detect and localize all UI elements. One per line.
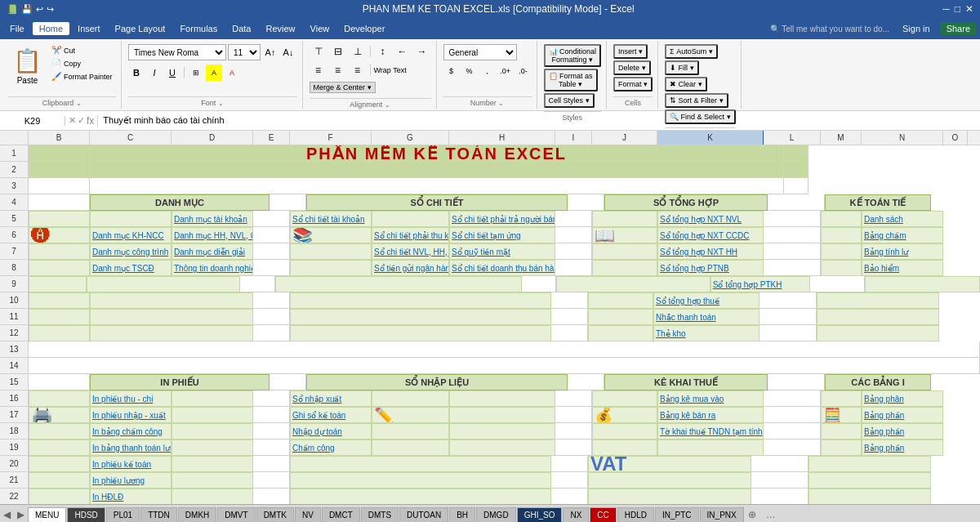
row-header-18[interactable]: 18	[0, 423, 29, 439]
cell-h8[interactable]: Sổ chi tiết doanh thu bán hàng	[449, 260, 555, 276]
format-cells-button[interactable]: Format ▾	[613, 77, 653, 91]
col-header-l[interactable]: L	[764, 131, 821, 145]
maximize-btn[interactable]: □	[955, 3, 960, 15]
cell-l11[interactable]	[760, 309, 817, 325]
row-header-6[interactable]: 6	[0, 227, 29, 243]
cell-e5[interactable]	[253, 211, 290, 227]
cell-k12[interactable]: Thẻ kho	[653, 325, 760, 341]
menu-insert[interactable]: Insert	[71, 22, 107, 35]
paste-button[interactable]: 📋 Paste	[8, 44, 47, 88]
sheet-tab-dmkh[interactable]: DMKH	[178, 507, 216, 522]
clear-button[interactable]: ✖ Clear ▾	[665, 77, 707, 91]
row-header-7[interactable]: 7	[0, 243, 29, 260]
sheet-tab-dmtk[interactable]: DMTK	[256, 507, 294, 522]
cell-c19[interactable]: In bảng thanh toán lương	[90, 439, 172, 456]
add-sheet-btn[interactable]: ⊕	[745, 507, 760, 522]
format-painter-button[interactable]: 🖌️ Format Painter	[48, 70, 116, 83]
delete-cells-button[interactable]: Delete ▾	[613, 60, 651, 75]
row-header-12[interactable]: 12	[0, 325, 29, 341]
indent-increase-btn[interactable]: →	[413, 44, 431, 59]
cell-k16[interactable]: Bảng kê mua vào	[657, 390, 764, 407]
col-header-c[interactable]: C	[90, 131, 172, 145]
font-size-select[interactable]: 11	[228, 44, 261, 60]
sheet-tab-nx[interactable]: NX	[563, 507, 589, 522]
cell-d6[interactable]: Danh mục HH, NVL, CCDC	[172, 227, 253, 243]
col-header-k[interactable]: K	[657, 131, 764, 145]
sheet-tab-dmct[interactable]: DMCT	[322, 507, 360, 522]
row-header-2[interactable]: 2	[0, 162, 29, 178]
quick-save[interactable]: 💾	[21, 4, 33, 15]
menu-home[interactable]: Home	[33, 22, 69, 35]
highlight-btn[interactable]: A	[206, 65, 222, 81]
cell-ke-khai-thue-header[interactable]: KÊ KHAI THUẾ	[604, 374, 768, 390]
copy-button[interactable]: 📄 Copy	[48, 57, 116, 69]
cell-c17[interactable]: In phiếu nhập - xuất	[90, 407, 172, 423]
cell-g6[interactable]: Sổ chi tiết phải thu khách hàng	[372, 227, 449, 243]
col-header-i[interactable]: I	[555, 131, 592, 145]
cell-c6[interactable]: Danh mục KH-NCC	[90, 227, 172, 243]
row-header-14[interactable]: 14	[0, 358, 29, 374]
fill-button[interactable]: ⬇ Fill ▾	[665, 60, 699, 75]
cell-i11[interactable]	[551, 309, 588, 325]
cell-b3[interactable]	[29, 178, 90, 194]
col-header-n[interactable]: N	[862, 131, 943, 145]
cell-l12[interactable]	[760, 325, 817, 341]
cell-title[interactable]: PHẦN MỀM KẾ TOÁN EXCEL	[90, 145, 784, 162]
cell-e7[interactable]	[253, 243, 290, 260]
cell-o2[interactable]	[784, 162, 808, 178]
cell-l5[interactable]	[764, 211, 821, 227]
align-top-btn[interactable]: ⊤	[310, 44, 327, 59]
conditional-formatting-button[interactable]: 📊 ConditionalFormatting ▾	[544, 44, 602, 67]
currency-btn[interactable]: $	[443, 63, 460, 79]
row-header-1[interactable]: 1	[0, 145, 29, 162]
cell-so-chi-tiet-header[interactable]: SỔ CHI TIẾT	[306, 194, 568, 211]
cell-i7[interactable]	[555, 243, 592, 260]
row-header-15[interactable]: 15	[0, 374, 29, 390]
cell-l8[interactable]	[764, 260, 821, 276]
cell-d8[interactable]: Thông tin doanh nghiệp	[172, 260, 253, 276]
confirm-formula-icon[interactable]: ✓	[78, 115, 85, 126]
cell-n6[interactable]: Bảng chấm	[862, 227, 943, 243]
sheet-tab-ghi-so[interactable]: GHI_SO	[517, 507, 563, 522]
col-header-e[interactable]: E	[253, 131, 290, 145]
font-decrease-btn[interactable]: A↓	[280, 44, 296, 60]
cell-c20[interactable]: In phiếu kế toán	[90, 456, 172, 472]
row-header-5[interactable]: 5	[0, 211, 29, 227]
sheet-tab-in-pnx[interactable]: IN_PNX	[700, 507, 744, 522]
sheet-tab-dmgd[interactable]: DMGD	[476, 507, 516, 522]
cell-sct-item2[interactable]: Sổ chi tiết phải trả người bán	[449, 211, 555, 227]
col-header-d[interactable]: D	[172, 131, 253, 145]
cell-styles-button[interactable]: Cell Styles ▾	[544, 93, 595, 108]
cell-n18[interactable]: Bảng phần	[862, 423, 943, 439]
cell-o1[interactable]	[784, 145, 808, 162]
cell-b1[interactable]	[29, 145, 90, 162]
cell-g7[interactable]: Sổ chi tiết NVL, HH, CCDC	[372, 243, 449, 260]
cell-l10[interactable]	[760, 292, 817, 309]
menu-view[interactable]: View	[304, 22, 336, 35]
cell-dm-item1[interactable]: Danh mục tài khoản	[172, 211, 253, 227]
scroll-tabs-left[interactable]: ◀	[0, 507, 14, 522]
sheet-tab-dutoan[interactable]: DUTOAN	[399, 507, 448, 522]
cell-n19[interactable]: Bảng phần	[862, 439, 943, 456]
cell-i5[interactable]	[555, 211, 592, 227]
col-header-b[interactable]: B	[29, 131, 90, 145]
sheet-tab-in-ptc[interactable]: IN_PTC	[655, 507, 699, 522]
cell-in-phieu-header[interactable]: IN PHIẾU	[90, 374, 270, 390]
cell-e11[interactable]	[253, 309, 290, 325]
insert-cells-button[interactable]: Insert ▾	[613, 44, 648, 59]
cell-cac-bang-header[interactable]: CÁC BẢNG I	[825, 374, 931, 390]
sheet-tab-menu[interactable]: MENU	[28, 507, 66, 522]
menu-page-layout[interactable]: Page Layout	[109, 22, 172, 35]
row-header-20[interactable]: 20	[0, 456, 29, 472]
sheet-tab-cc[interactable]: CC	[590, 507, 616, 522]
cell-n17[interactable]: Bảng phần	[862, 407, 943, 423]
cell-k11[interactable]: Nhắc thanh toán	[653, 309, 760, 325]
cell-danh-muc-header[interactable]: DANH MỤC	[90, 194, 270, 211]
col-header-o[interactable]: O	[943, 131, 968, 145]
font-increase-btn[interactable]: A↑	[262, 44, 278, 60]
percent-btn[interactable]: %	[461, 63, 478, 79]
sheet-tab-bh[interactable]: BH	[449, 507, 475, 522]
cell-i10[interactable]	[551, 292, 588, 309]
cell-c7[interactable]: Danh mục công trình	[90, 243, 172, 260]
sheet-tab-ttdn[interactable]: TTDN	[140, 507, 177, 522]
